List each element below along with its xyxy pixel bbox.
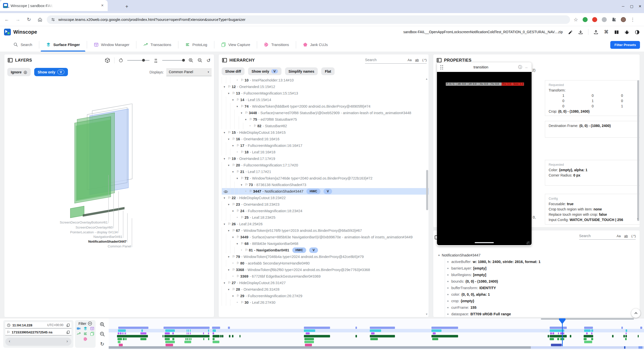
displays-dropdown[interactable]: Common Panel▾ <box>166 68 212 76</box>
property-item[interactable]: dataspace:BT709 sRGB Full range <box>433 311 640 317</box>
extension-icon-green[interactable] <box>583 17 588 22</box>
copy-icon[interactable] <box>66 330 70 334</box>
timeline-segment[interactable] <box>213 338 215 340</box>
timeline-zoom-out-icon[interactable] <box>100 331 105 337</box>
timeline-segment[interactable] <box>552 332 554 334</box>
overview-cursor-tick[interactable] <box>624 346 625 349</box>
timeline-segment[interactable] <box>563 332 564 334</box>
show-diff-chip[interactable]: Show diff <box>222 67 245 75</box>
timeline-segment[interactable] <box>208 338 209 340</box>
tree-row[interactable]: •⚐25- Leaf:18:23#25 <box>222 214 429 221</box>
timeline-segment[interactable] <box>370 329 381 332</box>
timeline-segment[interactable] <box>117 338 122 340</box>
scroll-to-top-button[interactable] <box>631 309 640 318</box>
tree-row[interactable]: ▾⚐28- OneHanded:26:31#28 <box>222 286 429 293</box>
property-node-header[interactable]: ▾ NotificationShade#3447 <box>433 252 640 258</box>
timeline-segment[interactable] <box>304 335 330 337</box>
rotation-icon[interactable] <box>118 58 123 63</box>
window-minimize-icon[interactable]: ─ <box>619 3 627 10</box>
timeline-segment[interactable] <box>213 332 214 334</box>
tree-row[interactable]: •⚐80- ace6abb SecondaryHomeHandle0#80 <box>222 260 429 267</box>
url-bar[interactable]: winscope.teams.x20web.corp.google.com/pr… <box>47 15 570 24</box>
scroll-down-arrow[interactable]: ▼ <box>425 313 428 316</box>
window-manager-filter-icon[interactable] <box>90 326 94 331</box>
timeline-segment[interactable] <box>203 332 204 334</box>
tab-jank-cujs[interactable]: Jank CUJs <box>296 38 335 52</box>
property-item[interactable]: activeBuffer:w: 1080, h: 2400, stride: 2… <box>433 258 640 265</box>
timeline-segment[interactable] <box>118 329 126 332</box>
tree-row[interactable]: ▾⚐12- OneHanded:15:15#12 <box>222 83 429 90</box>
timeline-top-scrollbar[interactable] <box>541 318 634 320</box>
filter-presets-button[interactable]: Filter Presets <box>610 41 640 49</box>
new-tab-button[interactable]: + <box>124 4 130 10</box>
leaf-bullet-icon[interactable]: • <box>234 77 240 83</box>
expander-icon[interactable]: ▾ <box>230 97 236 103</box>
browser-tab[interactable]: Winscope | sandbox-FAIL ✕ <box>0 0 108 11</box>
layer-label[interactable]: Common Panel <box>108 244 131 248</box>
timeline-segment[interactable] <box>432 338 438 340</box>
expander-icon[interactable]: ▾ <box>222 195 227 201</box>
timeline-segment[interactable] <box>570 335 571 337</box>
reload-button[interactable]: ↻ <box>25 15 33 24</box>
timeline-segment[interactable] <box>213 335 220 337</box>
info-icon[interactable]: ⓘ <box>518 65 522 70</box>
layers-3d-canvas[interactable]: ScreenDecorOverlayBottom#61 ScreenDecorO… <box>4 78 214 317</box>
download-trace-icon[interactable] <box>578 29 583 35</box>
window-close-icon[interactable]: ✕ <box>636 3 644 10</box>
tree-row[interactable]: •⚐81- NavigationBar0#81HWCV <box>222 247 429 253</box>
browser-menu-icon[interactable]: ⋮ <box>630 17 635 22</box>
timeline-segment[interactable] <box>232 335 233 337</box>
expander-icon[interactable]: ▾ <box>222 155 227 162</box>
tree-row[interactable]: ▾⚐24- FullscreenMagnification:18:23#24 <box>222 208 429 214</box>
timeline-segment[interactable] <box>203 338 204 340</box>
tree-row[interactable]: ▾⚐3448- Surface(name=ed70f88 StatusBar)/… <box>222 110 429 116</box>
back-button[interactable]: ← <box>3 15 11 24</box>
expander-icon[interactable]: ▾ <box>226 267 231 273</box>
leaf-bullet-icon[interactable]: • <box>230 273 236 280</box>
timeline-segment[interactable] <box>123 338 125 340</box>
tree-row[interactable]: ▾⚐74- WindowToken{fdddbe6 type=2000 andr… <box>222 103 429 110</box>
timeline-zoom-in-icon[interactable] <box>100 322 105 327</box>
timeline-segment[interactable] <box>306 332 310 334</box>
expander-icon[interactable]: ▾ <box>226 90 231 97</box>
extension-icon-red[interactable] <box>592 17 597 22</box>
timeline-segment[interactable] <box>584 329 591 332</box>
layer-label-selected[interactable]: NotificationShade#3447 <box>88 240 127 243</box>
expander-icon[interactable]: ▾ <box>226 136 231 142</box>
tree-row[interactable]: ▾⚐20- FullscreenMagnification:17:17#20 <box>222 162 429 168</box>
timeline-segment[interactable] <box>584 338 587 340</box>
expander-icon[interactable]: ▾ <box>226 201 231 208</box>
overview-end-block[interactable] <box>638 346 642 349</box>
timeline-segment[interactable] <box>621 327 623 329</box>
property-item[interactable]: bufferTransform:IDENTITY <box>433 285 640 291</box>
tree-row[interactable]: ▾⚐67- WindowToken{e5176f9 type=2019 andr… <box>222 227 429 234</box>
profile-avatar[interactable] <box>621 17 626 22</box>
tree-row[interactable]: ▾⚐17- FullscreenMagnification:16:16#17 <box>222 142 429 149</box>
expander-icon[interactable]: ▾ <box>226 286 231 293</box>
timeline-segment[interactable] <box>118 341 120 343</box>
tree-row[interactable]: ▾⚐23- OneHanded:18:23#23 <box>222 201 429 208</box>
home-button[interactable] <box>36 15 44 24</box>
timeline-segment[interactable] <box>141 329 143 332</box>
simplify-names-chip[interactable]: Simplify names <box>285 67 318 75</box>
timeline-segment[interactable] <box>550 327 567 329</box>
leaf-bullet-icon[interactable]: • <box>239 247 244 253</box>
extensions-puzzle-icon[interactable] <box>611 17 616 22</box>
tree-row[interactable]: •⚐3447- NotificationShade#3447HWCV <box>222 188 429 195</box>
timeline-segment[interactable] <box>626 332 627 334</box>
expander-icon[interactable]: ▾ <box>226 227 231 234</box>
tab-protolog[interactable]: ProtoLog <box>178 38 214 52</box>
spacing-slider[interactable] <box>162 60 184 61</box>
documentation-icon[interactable] <box>614 29 619 35</box>
human-time-field[interactable]: 11:04:14.228 UTC+00:00 <box>5 322 71 328</box>
bookmark-star-icon[interactable]: ☆ <box>574 17 578 23</box>
collapse-filter-icon[interactable] <box>88 321 92 326</box>
expander-icon[interactable]: ▾ <box>222 280 227 286</box>
timeline-segment[interactable] <box>591 332 592 334</box>
timeline-segment[interactable] <box>431 329 441 332</box>
ignore-chip[interactable]: Ignore◎ <box>7 68 31 76</box>
timeline-segment[interactable] <box>640 327 642 329</box>
transition-overlay-window[interactable]: transition ⓘ _ P: 0 / 1dX: 0.0dY: 0.0Xv:… <box>437 62 532 246</box>
timeline-segment[interactable] <box>117 335 148 337</box>
regex-icon[interactable]: (.*) <box>422 58 427 62</box>
